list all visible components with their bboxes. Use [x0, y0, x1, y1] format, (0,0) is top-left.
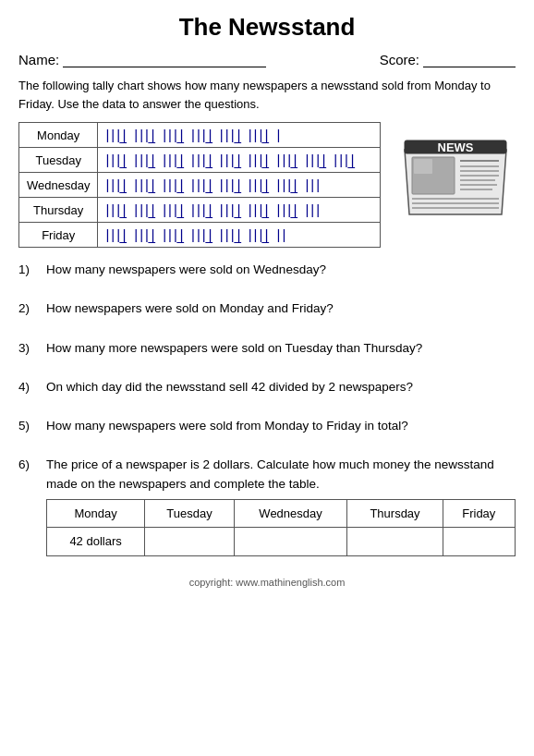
- day-thursday: Thursday: [19, 198, 98, 223]
- svg-text:NEWS: NEWS: [438, 140, 474, 154]
- day-wednesday: Wednesday: [19, 173, 98, 198]
- val-friday: [443, 528, 515, 556]
- q5-text: How many newspapers were sold from Monda…: [46, 417, 516, 435]
- name-field-group: Name:: [18, 51, 266, 67]
- questions-section: 1) How many newspapers were sold on Wedn…: [18, 261, 516, 556]
- question-3: 3) How many more newspapers were sold on…: [18, 339, 516, 358]
- col-wednesday: Wednesday: [234, 499, 347, 528]
- val-monday: 42 dollars: [47, 528, 145, 556]
- q5-num: 5): [18, 417, 46, 435]
- score-field-group: Score:: [380, 51, 516, 67]
- tally-tuesday: ||||̲ ||||̲ ||||̲ ||||̲ ||||̲ ||||̲ ||||…: [98, 148, 381, 173]
- col-friday: Friday: [443, 499, 515, 528]
- name-underline: [63, 51, 266, 67]
- q6-text: The price of a newspaper is 2 dollars. C…: [46, 457, 494, 490]
- tally-thursday: ||||̲ ||||̲ ||||̲ ||||̲ ||||̲ ||||̲ ||||…: [98, 198, 381, 223]
- q3-num: 3): [18, 339, 46, 358]
- q6-content: The price of a newspaper is 2 dollars. C…: [46, 456, 516, 556]
- copyright: copyright: www.mathinenglish.com: [18, 577, 516, 588]
- day-tuesday: Tuesday: [19, 148, 98, 173]
- q2-text: How newspapers were sold on Monday and F…: [46, 299, 516, 318]
- tally-section: Monday ||||̲ ||||̲ ||||̲ ||||̲ ||||̲ |||…: [18, 122, 516, 248]
- col-thursday: Thursday: [347, 499, 443, 528]
- money-table-header-row: Monday Tuesday Wednesday Thursday Friday: [47, 499, 516, 528]
- question-1: 1) How many newspapers were sold on Wedn…: [18, 261, 516, 279]
- q2-num: 2): [18, 299, 46, 318]
- table-row: Friday ||||̲ ||||̲ ||||̲ ||||̲ ||||̲ |||…: [19, 223, 381, 248]
- tally-monday: ||||̲ ||||̲ ||||̲ ||||̲ ||||̲ ||||̲ |: [98, 123, 381, 148]
- question-4: 4) On which day did the newsstand sell 4…: [18, 378, 516, 396]
- q1-num: 1): [18, 261, 46, 279]
- score-label: Score:: [380, 52, 419, 67]
- table-row: Wednesday ||||̲ ||||̲ ||||̲ ||||̲ ||||̲ …: [19, 173, 381, 198]
- money-table-row: 42 dollars: [47, 528, 516, 556]
- val-tuesday: [145, 528, 235, 556]
- q6-num: 6): [18, 456, 46, 556]
- question-6: 6) The price of a newspaper is 2 dollars…: [18, 456, 516, 556]
- intro-text: The following tally chart shows how many…: [18, 77, 516, 113]
- tally-chart: Monday ||||̲ ||||̲ ||||̲ ||||̲ ||||̲ |||…: [18, 122, 381, 248]
- svg-rect-4: [414, 159, 432, 174]
- tally-wednesday: ||||̲ ||||̲ ||||̲ ||||̲ ||||̲ ||||̲ ||||…: [98, 173, 381, 198]
- name-label: Name:: [18, 52, 59, 67]
- money-table: Monday Tuesday Wednesday Thursday Friday…: [46, 499, 516, 556]
- table-row: Tuesday ||||̲ ||||̲ ||||̲ ||||̲ ||||̲ ||…: [19, 148, 381, 173]
- tally-friday: ||||̲ ||||̲ ||||̲ ||||̲ ||||̲ ||||̲ ||: [98, 223, 381, 248]
- val-thursday: [347, 528, 443, 556]
- question-2: 2) How newspapers were sold on Monday an…: [18, 299, 516, 318]
- q4-num: 4): [18, 378, 46, 396]
- score-underline: [423, 51, 516, 67]
- q3-text: How many more newspapers were sold on Tu…: [46, 339, 516, 358]
- table-row: Thursday ||||̲ ||||̲ ||||̲ ||||̲ ||||̲ |…: [19, 198, 381, 223]
- val-wednesday: [234, 528, 347, 556]
- q1-text: How many newspapers were sold on Wednesd…: [46, 261, 516, 279]
- question-5: 5) How many newspapers were sold from Mo…: [18, 417, 516, 435]
- newspaper-image: NEWS: [395, 122, 516, 224]
- page-title: The Newsstand: [18, 13, 516, 42]
- table-row: Monday ||||̲ ||||̲ ||||̲ ||||̲ ||||̲ |||…: [19, 123, 381, 148]
- col-monday: Monday: [47, 499, 145, 528]
- day-monday: Monday: [19, 123, 98, 148]
- col-tuesday: Tuesday: [145, 499, 235, 528]
- q4-text: On which day did the newsstand sell 42 d…: [46, 378, 516, 396]
- day-friday: Friday: [19, 223, 98, 248]
